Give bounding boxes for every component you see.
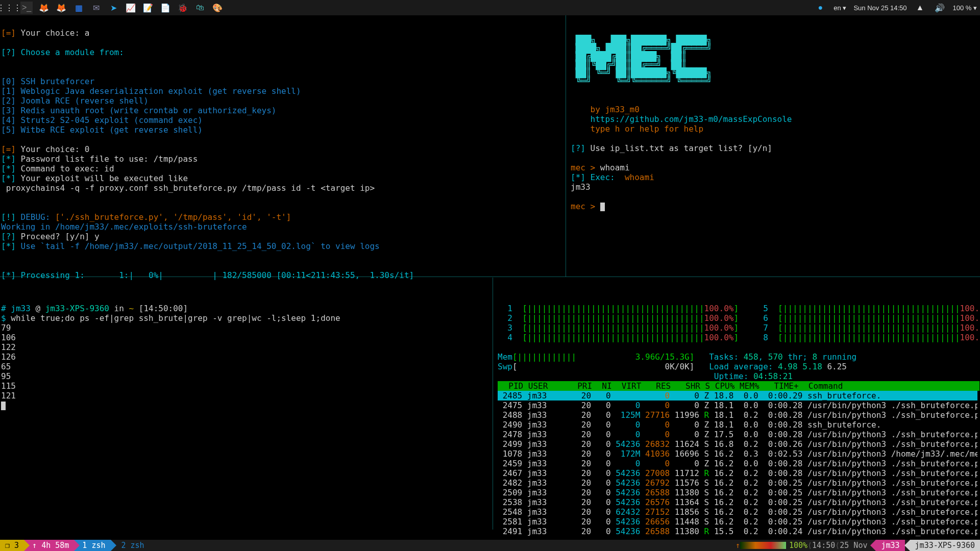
output-text: Use ip_list.txt as target list? [y/n]: [585, 143, 772, 153]
process-list-header[interactable]: PID USER PRI NI VIRT RES SHR S CPU% MEM%…: [498, 381, 979, 391]
mail-icon[interactable]: ✉: [90, 2, 102, 14]
process-row[interactable]: 2581 jm33 20 0 54236 26656 11448 S 16.2 …: [498, 517, 977, 527]
process-row[interactable]: 2538 jm33 20 0 54236 26576 11364 S 16.2 …: [498, 497, 977, 507]
output-text: 79: [1, 323, 11, 333]
running-count: 8: [813, 352, 818, 362]
exec-command: whoami: [625, 172, 654, 182]
cursor-icon: [1, 402, 6, 410]
shell-prompt[interactable]: mec >: [571, 202, 600, 211]
tmux-status-bar[interactable]: ❐ 3 ↑ 4h 58m 1 zsh 2 zsh ↑ 100% ⟨ 14:50 …: [0, 540, 980, 551]
ascii-logo: ███╗ ███╗███████╗ ██████╗ ████╗ ████║██╔…: [571, 28, 974, 85]
bug-icon[interactable]: 🐞: [177, 2, 189, 14]
editor-icon[interactable]: 📝: [142, 2, 154, 14]
pane-mec-main[interactable]: [=] Your choice: a [?] Choose a module f…: [1, 18, 562, 280]
cpu-meter: 3 [||||||||||||||||||||||||||||||||||||1…: [498, 323, 977, 333]
desktop-topbar: ⋮⋮⋮ >_ 🦊 🦊 ▦ ✉ ➤ 📈 📝 📄 🐞 🛍 🎨 ● en ▾ Sun …: [0, 0, 980, 15]
tmux-user: jm33: [876, 540, 904, 551]
tasks-label: Tasks:: [709, 352, 743, 362]
prompt-marker: [*]: [1, 173, 16, 183]
tmux-pane-divider[interactable]: [566, 15, 566, 277]
mem-bar: [|||||||||||| 3.96G/15.3G]: [512, 352, 694, 362]
output-text: 122: [1, 342, 16, 352]
shell-prompt: mec >: [571, 163, 600, 172]
output-text: 126: [1, 352, 16, 362]
firefox-icon[interactable]: 🦊: [38, 2, 50, 14]
prompt-hash: #: [1, 304, 11, 313]
process-row[interactable]: 2490 jm33 20 0 0 0 0 Z 18.1 0.0 0:00.28 …: [498, 420, 977, 430]
language-indicator[interactable]: en ▾: [834, 4, 846, 12]
shell-command: while true;do ps -ef|grep ssh_brute|grep…: [11, 313, 340, 323]
process-row[interactable]: 2509 jm33 20 0 54236 26588 11380 S 16.2 …: [498, 488, 977, 497]
separator-icon: [870, 540, 876, 551]
tmux-pane-divider[interactable]: [493, 278, 493, 530]
process-row[interactable]: 2485 jm33 20 0 0 0 0 Z 18.8 0.0 0:00.29 …: [498, 391, 977, 400]
separator-icon: [74, 540, 80, 551]
swap-bar: [ 0K/0K]: [512, 362, 694, 371]
menu-item: [2] Joomla RCE (reverse shell): [1, 96, 149, 106]
pane-htop[interactable]: 1 [||||||||||||||||||||||||||||||||||||1…: [498, 294, 977, 551]
tmux-session[interactable]: ❐ 3: [0, 540, 24, 551]
banner-author: by jm33_m0: [591, 105, 640, 114]
apps-icon[interactable]: ⋮⋮⋮: [3, 2, 15, 14]
process-row[interactable]: 2548 jm33 20 0 62432 27152 11856 S 16.2 …: [498, 507, 977, 517]
tasks-count: 458: [744, 352, 758, 362]
pane-shell[interactable]: # jm33 @ jm33-XPS-9360 in ~ [14:50:00] $…: [1, 294, 486, 410]
tmux-window[interactable]: 2 zsh: [116, 540, 150, 551]
output-text: proxychains4 -q -f proxy.conf ssh_brutef…: [1, 183, 375, 193]
output-text: 115: [1, 381, 16, 391]
process-row[interactable]: 2491 jm33 20 0 54236 26588 11380 R 15.5 …: [498, 527, 977, 536]
prompt-marker: [*]: [1, 270, 16, 280]
prompt-host: jm33-XPS-9360: [45, 304, 109, 313]
prompt-marker: [!]: [1, 212, 16, 222]
prompt-marker: [*]: [1, 241, 16, 251]
process-row[interactable]: 2478 jm33 20 0 0 0 0 Z 17.5 0.0 0:00.28 …: [498, 430, 977, 439]
tmux-date: 25 Nov: [840, 541, 867, 550]
uptime-value: 04:58:21: [753, 371, 793, 381]
exec-label: Exec:: [585, 172, 625, 182]
tmux-host: jm33-XPS-9360: [910, 540, 980, 551]
load-5: 5.18: [798, 362, 827, 371]
battery-indicator[interactable]: 100 % ▾: [953, 4, 977, 12]
process-row[interactable]: 2459 jm33 20 0 0 0 0 Z 16.2 0.0 0:00.28 …: [498, 459, 977, 468]
process-row[interactable]: 2475 jm33 20 0 0 0 0 Z 18.1 0.0 0:00.28 …: [498, 400, 977, 410]
wifi-icon[interactable]: ▲: [914, 2, 926, 14]
shell-command: whoami: [600, 163, 630, 172]
stats-icon[interactable]: 📈: [125, 2, 137, 14]
prompt-marker: [?]: [1, 47, 16, 57]
prompt-time: [14:50:00]: [134, 304, 188, 313]
vm-icon[interactable]: ▦: [72, 2, 85, 14]
prompt-marker: [?]: [571, 143, 585, 153]
cpu-meter: 1 [||||||||||||||||||||||||||||||||||||1…: [498, 304, 977, 313]
uptime-label: Uptime:: [714, 371, 753, 381]
tmux-uptime: ↑ 4h 58m: [24, 540, 74, 551]
output-text: Use `tail -f /home/jm33/.mec/output/2018…: [16, 241, 380, 251]
banner-help: type h or help for help: [591, 124, 704, 134]
menu-item: [4] Struts2 S2-045 exploit (command exec…: [1, 115, 203, 125]
output-text: Your choice: a: [16, 28, 90, 38]
menu-item: [5] Witbe RCE exploit (get reverse shell…: [1, 125, 203, 135]
prompt-in: in: [109, 304, 129, 313]
firefox-dev-icon[interactable]: 🦊: [55, 2, 67, 14]
pane-mec-banner[interactable]: ███╗ ███╗███████╗ ██████╗ ████╗ ████║██╔…: [571, 18, 974, 211]
process-row[interactable]: 2499 jm33 20 0 54236 26832 11624 S 16.8 …: [498, 439, 977, 449]
notify-icon[interactable]: ●: [814, 2, 826, 14]
output-text: Proceed? [y/n] y: [16, 232, 100, 241]
cpu-meter: 2 [||||||||||||||||||||||||||||||||||||1…: [498, 313, 977, 323]
telegram-icon[interactable]: ➤: [107, 2, 119, 14]
prompt-marker: [=]: [1, 28, 16, 38]
output-text: Password list file to use: /tmp/pass: [16, 154, 198, 164]
process-row[interactable]: 1078 jm33 20 0 172M 41036 16696 S 16.2 0…: [498, 449, 977, 459]
terminal-icon[interactable]: >_: [20, 2, 33, 14]
output-text: Your choice: 0: [16, 144, 90, 154]
clock[interactable]: Sun Nov 25 14:50: [853, 4, 906, 12]
threads-count: 570: [768, 352, 783, 362]
shop-icon[interactable]: 🛍: [194, 2, 206, 14]
process-row[interactable]: 2467 jm33 20 0 54236 27008 11712 R 16.2 …: [498, 468, 977, 478]
prompt-marker: [=]: [1, 144, 16, 154]
process-row[interactable]: 2482 jm33 20 0 54236 26792 11576 S 16.2 …: [498, 478, 977, 488]
separator-icon: [111, 540, 116, 551]
file-icon[interactable]: 📄: [159, 2, 172, 14]
process-row[interactable]: 2488 jm33 20 0 125M 27716 11996 R 18.1 0…: [498, 410, 977, 420]
volume-icon[interactable]: 🔊: [934, 2, 946, 14]
gimp-icon[interactable]: 🎨: [211, 2, 224, 14]
